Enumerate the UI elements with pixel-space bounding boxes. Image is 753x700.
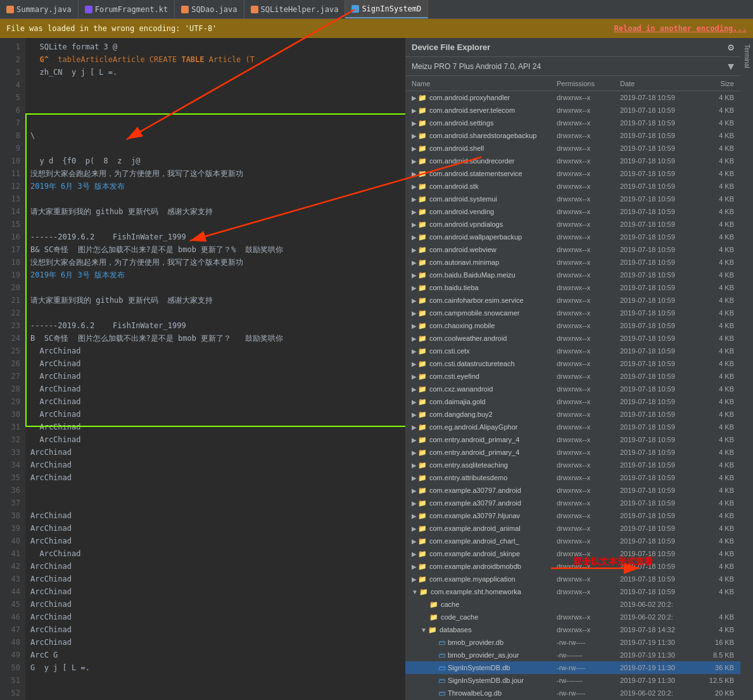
file-row[interactable]: ▶ 📁 com.entry.android_primary_4 drwxrwx-… — [405, 433, 740, 446]
file-row[interactable]: ▶ 📁 com.csti.datastructureteach drwxrwx-… — [405, 357, 740, 370]
file-row[interactable]: 🗃 SignInSystemDB.db.jour -rw------- 2019… — [405, 674, 740, 687]
file-date: 2019-06-02 20:2: — [620, 613, 696, 621]
folder-file-icon: 📁 — [418, 347, 427, 355]
file-row[interactable]: ▶ 📁 com.example.a30797.android drwxrwx--… — [405, 497, 740, 509]
java-icon-3 — [251, 6, 258, 13]
device-selector[interactable]: Meizu PRO 7 Plus Android 7.0, API 24 ▼ — [405, 57, 740, 76]
file-row[interactable]: ▶ 📁 com.android.server.telecom drwxrwx--… — [405, 104, 740, 117]
file-row[interactable]: ▶ 📁 com.coolweather.android drwxrwx--x 2… — [405, 332, 740, 345]
reload-link[interactable]: Reload in another encoding... — [614, 24, 747, 33]
file-perm: drwxrwx--x — [557, 208, 620, 215]
folder-file-icon: 📁 — [418, 322, 427, 330]
file-row[interactable]: ▶ 📁 com.daimajia.gold drwxrwx--x 2019-07… — [405, 395, 740, 408]
side-bar-label-terminal[interactable]: Terminal — [744, 44, 750, 68]
file-row[interactable]: ▶ 📁 com.android.vpndialogs drwxrwx--x 20… — [405, 218, 740, 231]
file-name: com.entry.asqliteteaching — [429, 461, 557, 469]
file-row[interactable]: ▶ 📁 com.android.sharedstoragebackup drwx… — [405, 129, 740, 142]
file-name: com.example.myapplication — [429, 575, 557, 583]
file-row[interactable]: ▶ 📁 com.android.shell drwxrwx--x 2019-07… — [405, 142, 740, 155]
file-row[interactable]: ▶ 📁 com.campmobile.snowcamer drwxrwx--x … — [405, 307, 740, 319]
file-row[interactable]: ▶ 📁 com.example.android_chart_ drwxrwx--… — [405, 535, 740, 547]
file-name: com.campmobile.snowcamer — [429, 309, 557, 317]
file-row[interactable]: ▶ 📁 com.example.android_skinpe drwxrwx--… — [405, 547, 740, 560]
file-name: com.csti.eyefind — [429, 372, 557, 380]
file-row[interactable]: ▶ 📁 com.example.a30797.hljunav drwxrwx--… — [405, 509, 740, 522]
file-row[interactable]: ▶ 📁 com.example.android_animal drwxrwx--… — [405, 522, 740, 535]
file-perm: -rw-rw---- — [557, 664, 620, 671]
tab-sqdao[interactable]: SQDao.java — [175, 0, 244, 18]
file-row[interactable]: 📁 cache 2019-06-02 20:2: — [405, 598, 740, 611]
file-perm: drwxrwx--x — [557, 195, 620, 203]
file-row[interactable]: 🗃 bmob_provider_as.jour -rw------- 2019-… — [405, 649, 740, 661]
file-row[interactable]: ▶ 📁 com.entry.asqliteteaching drwxrwx--x… — [405, 459, 740, 471]
code-line: ArcChinad — [30, 421, 400, 433]
file-row[interactable]: ▶ 📁 com.android.soundrecorder drwxrwx--x… — [405, 155, 740, 167]
code-lines[interactable]: SQLite format 3 @ G^ tableArticleArticle… — [25, 38, 405, 700]
file-row[interactable]: ▶ 📁 com.example.myapplication drwxrwx--x… — [405, 573, 740, 585]
file-row[interactable]: ▶ 📁 com.cxz.wanandroid drwxrwx--x 2019-0… — [405, 383, 740, 395]
gear-icon[interactable]: ⚙ — [728, 41, 734, 53]
file-row[interactable]: ▶ 📁 com.android.stk drwxrwx--x 2019-07-1… — [405, 180, 740, 193]
code-line: SQLite format 3 @ — [30, 41, 400, 53]
file-row[interactable]: ▶ 📁 com.baidu.BaiduMap.meizu drwxrwx--x … — [405, 269, 740, 281]
tab-signinsystem[interactable]: SignInSystemD — [345, 0, 428, 18]
file-row[interactable]: 🗃 bmob_provider.db -rw-rw---- 2019-07-19… — [405, 636, 740, 649]
file-size: 4 KB — [696, 626, 734, 633]
tab-sqlitehelper[interactable]: SQLiteHelper.java — [244, 0, 346, 18]
file-row[interactable]: ▶ 📁 com.csti.eyefind drwxrwx--x 2019-07-… — [405, 370, 740, 383]
tab-summary[interactable]: Summary.java — [0, 0, 79, 18]
file-row[interactable]: 📁 code_cache drwxrwx--x 2019-06-02 20:2:… — [405, 611, 740, 623]
folder-file-icon: 📁 — [418, 410, 427, 419]
file-name: com.entry.android_primary_4 — [429, 449, 557, 456]
file-name: com.dangdang.buy2 — [429, 410, 557, 418]
code-line: 请大家重新到我的 github 更新代码 感谢大家支持 — [30, 205, 400, 218]
file-row[interactable]: ▶ 📁 com.baidu.tieba drwxrwx--x 2019-07-1… — [405, 281, 740, 294]
code-line: ArcChinad — [30, 345, 400, 357]
expand-icon: ▶ — [412, 411, 417, 418]
file-row[interactable]: ▶ 📁 com.dangdang.buy2 drwxrwx--x 2019-07… — [405, 408, 740, 421]
file-row[interactable]: ▶ 📁 com.example.a30797.android drwxrwx--… — [405, 484, 740, 497]
file-row[interactable]: ▶ 📁 com.android.proxyhandler drwxrwx--x … — [405, 91, 740, 104]
file-row[interactable]: 🗃 ThrowalbeLog.db -rw-rw---- 2019-06-02 … — [405, 687, 740, 699]
file-row[interactable]: ▶ 📁 com.android.wallpaperbackup drwxrwx-… — [405, 231, 740, 243]
code-line — [30, 307, 400, 319]
file-size: 4 KB — [696, 423, 734, 431]
file-row[interactable]: ▶ 📁 com.cainfoharbor.esim.service drwxrw… — [405, 294, 740, 307]
code-line: ArcChinad — [30, 573, 400, 585]
file-date: 2019-07-18 14:32 — [620, 626, 696, 633]
folder-file-icon: 📁 — [418, 550, 427, 558]
file-perm: drwxrwx--x — [557, 398, 620, 405]
file-name: com.coolweather.android — [429, 334, 557, 342]
expand-icon: ▶ — [412, 170, 417, 177]
file-row[interactable]: ▼ 📁 databases drwxrwx--x 2019-07-18 14:3… — [405, 623, 740, 636]
file-perm: drwxrwx--x — [557, 613, 620, 621]
file-row[interactable]: ▶ 📁 com.android.webview drwxrwx--x 2019-… — [405, 243, 740, 256]
file-name: com.example.a30797.android — [429, 499, 557, 507]
file-perm: drwxrwx--x — [557, 322, 620, 329]
file-date: 2019-07-18 10:59 — [620, 94, 696, 101]
code-line: G y j [ L =. — [30, 661, 400, 674]
file-row[interactable]: ▶ 📁 com.eg.android.AlipayGphor drwxrwx--… — [405, 421, 740, 433]
file-row[interactable]: ▶ 📁 com.autonavi.minimap drwxrwx--x 2019… — [405, 256, 740, 269]
tab-forum[interactable]: ForumFragment.kt — [79, 0, 175, 18]
file-row[interactable]: ▶ 📁 com.csti.cetx drwxrwx--x 2019-07-18 … — [405, 345, 740, 357]
file-row[interactable]: ▶ 📁 com.example.androidbmobdb drwxrwx--x… — [405, 560, 740, 573]
file-row[interactable]: ▶ 📁 com.entry.attributesdemo drwxrwx--x … — [405, 471, 740, 484]
file-row[interactable]: ▶ 📁 com.android.statementservice drwxrwx… — [405, 167, 740, 180]
file-row[interactable]: ▶ 📁 com.chaoxing.mobile drwxrwx--x 2019-… — [405, 319, 740, 332]
file-date: 2019-07-18 10:59 — [620, 575, 696, 583]
code-line: ArcChinad — [30, 471, 400, 484]
file-perm: drwxrwx--x — [557, 296, 620, 304]
file-row[interactable]: ▶ 📁 com.android.settings drwxrwx--x 2019… — [405, 117, 740, 129]
file-list[interactable]: ▶ 📁 com.android.proxyhandler drwxrwx--x … — [405, 91, 740, 700]
file-row[interactable]: ▶ 📁 com.android.vending drwxrwx--x 2019-… — [405, 205, 740, 218]
file-row[interactable]: ▶ 📁 com.entry.android_primary_4 drwxrwx-… — [405, 446, 740, 459]
device-dropdown-icon[interactable]: ▼ — [728, 60, 734, 72]
file-size: 4 KB — [696, 271, 734, 279]
file-row[interactable]: ▶ 📁 com.android.systemui drwxrwx--x 2019… — [405, 193, 740, 205]
file-size: 4 KB — [696, 284, 734, 291]
file-row[interactable]: ▼ 📁 com.example.sht.homeworka drwxrwx--x… — [405, 585, 740, 598]
file-row[interactable]: 🗃 SignInSystemDB.db -rw-rw---- 2019-07-1… — [405, 661, 740, 674]
expand-icon: ▶ — [412, 449, 417, 456]
db-file-icon: 🗃 — [438, 677, 445, 684]
